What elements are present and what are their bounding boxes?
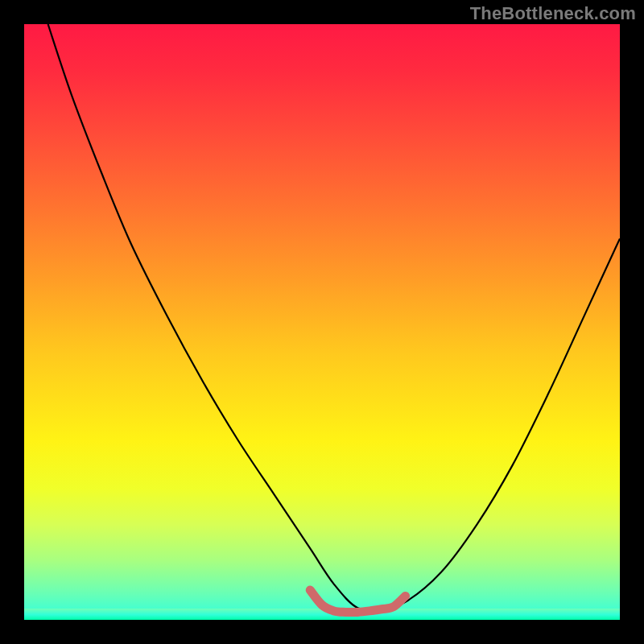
curve-layer <box>24 24 620 620</box>
bottleneck-curve <box>48 24 620 610</box>
optimal-flat-segment <box>310 590 405 613</box>
watermark-text: TheBottleneck.com <box>470 3 636 24</box>
chart-frame: TheBottleneck.com <box>0 0 644 644</box>
plot-area <box>24 24 620 620</box>
